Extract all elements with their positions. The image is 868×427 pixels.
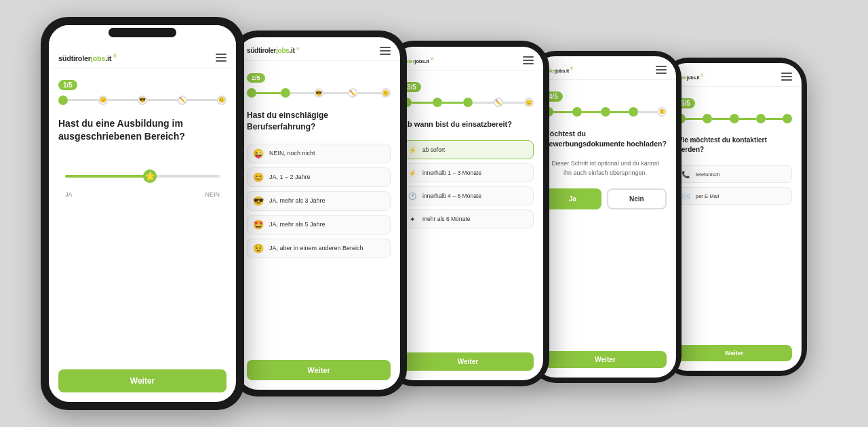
line-1-1 bbox=[68, 99, 98, 101]
line-2-2 bbox=[290, 92, 315, 94]
option-5-2[interactable]: ✉️ per E-Mail bbox=[676, 187, 792, 205]
option-2-3[interactable]: 😎 JA, mehr als 3 Jahre bbox=[247, 191, 391, 211]
line-3-1 bbox=[412, 102, 433, 104]
scene: südtirolerjobs.it ® 1/5 🙂 bbox=[0, 0, 868, 427]
dot-1-1 bbox=[58, 96, 68, 105]
option-2-1[interactable]: 😜 NEIN, noch nicht bbox=[247, 144, 391, 163]
line-2-1 bbox=[256, 92, 281, 94]
weiter-button-3[interactable]: Weiter bbox=[402, 352, 534, 371]
ja-button-4[interactable]: Ja bbox=[544, 188, 601, 209]
option-emoji-2-2: 😊 bbox=[253, 172, 264, 182]
hamburger-menu-1[interactable] bbox=[216, 54, 226, 62]
option-emoji-2-5: 😟 bbox=[253, 243, 264, 253]
option-3-3[interactable]: 🕐 innerhalb 4 – 6 Monate bbox=[402, 186, 534, 205]
dot-1-4: ✏️ bbox=[178, 96, 187, 105]
logo-2: südtirolerjobs.it ® bbox=[247, 47, 299, 54]
slider-label-ja: JA bbox=[65, 191, 73, 198]
line-1-3 bbox=[147, 99, 178, 101]
progress-bar-1: 🙂 😎 ✏️ 🙂 bbox=[58, 96, 226, 105]
progress-bar-4: 🙂 bbox=[544, 107, 667, 117]
weiter-button-1[interactable]: Weiter bbox=[58, 369, 226, 392]
weiter-button-5[interactable]: Weiter bbox=[676, 345, 792, 361]
dot-3-4: ✏️ bbox=[494, 98, 503, 107]
progress-bar-2: 😎 ✏️ 🙂 bbox=[247, 88, 391, 98]
slider-labels: JA NEIN bbox=[65, 191, 220, 198]
option-3-2[interactable]: ⚡ innerhalb 1 – 3 Monate bbox=[402, 163, 534, 182]
header-3: irolerjobs.it ® bbox=[393, 47, 543, 70]
option-emoji-2-4: 🤩 bbox=[253, 220, 264, 230]
line-4-2 bbox=[582, 111, 601, 113]
progress-section-1: 1/5 🙂 😎 ✏️ 🙂 bbox=[49, 68, 236, 110]
question-text-2: Hast du einschlägige Berufserfahrung? bbox=[247, 110, 391, 133]
phone-1: südtirolerjobs.it ® 1/5 🙂 bbox=[41, 17, 244, 410]
option-2-5[interactable]: 😟 JA, aber in einem anderen Bereich bbox=[247, 239, 391, 258]
phone-notch bbox=[108, 28, 176, 37]
dot-1-2: 🙂 bbox=[98, 96, 108, 105]
dot-5-4 bbox=[756, 114, 766, 123]
line-3-3 bbox=[473, 102, 494, 104]
line-5-4 bbox=[766, 118, 783, 120]
progress-section-4: 4/5 🙂 bbox=[534, 80, 676, 122]
option-label-2-4: JA, mehr als 5 Jahre bbox=[269, 221, 326, 228]
phone-screen-1: südtirolerjobs.it ® 1/5 🙂 bbox=[49, 25, 236, 402]
progress-section-3: 3/5 ✏️ 🙂 bbox=[393, 70, 543, 113]
dot-2-2 bbox=[281, 88, 290, 98]
option-icon-3-1: ⚡ bbox=[408, 145, 417, 155]
option-3-4[interactable]: ✦ mehr als 6 Monate bbox=[402, 209, 534, 228]
phone-stack: südtirolerjobs.it ® 1/5 🙂 bbox=[27, 14, 841, 413]
header-4: irolerjobs.it ® bbox=[534, 56, 676, 80]
line-1-2 bbox=[108, 99, 138, 101]
question-area-3: Ab wann bist du einsatzbereit? ⚡ ab sofo… bbox=[393, 113, 543, 352]
slider-track[interactable]: ⭐ bbox=[65, 175, 220, 178]
slider-container: ⭐ JA NEIN bbox=[58, 155, 226, 205]
option-5-1[interactable]: 📞 telefonisch bbox=[676, 165, 792, 183]
dot-1-3: 😎 bbox=[138, 96, 147, 105]
line-3-4 bbox=[503, 102, 524, 104]
option-2-4[interactable]: 🤩 JA, mehr als 5 Jahre bbox=[247, 215, 391, 235]
question-text-1: Hast du eine Ausbildung im ausgeschriebe… bbox=[58, 117, 226, 144]
slider-thumb[interactable]: ⭐ bbox=[143, 169, 157, 183]
dot-2-3: 😎 bbox=[314, 88, 323, 98]
line-3-2 bbox=[442, 102, 463, 104]
dot-5-3 bbox=[730, 114, 739, 123]
line-1-4 bbox=[187, 99, 218, 101]
dot-2-1 bbox=[247, 88, 256, 98]
phone-2: südtirolerjobs.it ® 2/5 bbox=[231, 30, 407, 396]
slider-fill bbox=[65, 175, 150, 178]
nein-button-4[interactable]: Nein bbox=[607, 188, 667, 209]
phone-3: irolerjobs.it ® 3/5 bbox=[387, 41, 549, 386]
option-label-2-5: JA, aber in einem anderen Bereich bbox=[269, 245, 363, 251]
dot-3-5: 🙂 bbox=[524, 98, 534, 107]
hamburger-menu-5[interactable] bbox=[781, 73, 792, 81]
weiter-button-4[interactable]: Weiter bbox=[544, 351, 667, 368]
option-icon-3-2: ⚡ bbox=[408, 168, 417, 178]
hamburger-menu-2[interactable] bbox=[380, 47, 391, 55]
optional-text-4: Dieser Schritt ist optional und du kanns… bbox=[544, 159, 667, 178]
dot-5-5 bbox=[783, 114, 792, 123]
line-2-3 bbox=[323, 92, 348, 94]
option-icon-5-1: 📞 bbox=[681, 169, 690, 179]
option-2-2[interactable]: 😊 JA, 1 – 2 Jahre bbox=[247, 167, 391, 187]
hamburger-menu-4[interactable] bbox=[656, 66, 667, 74]
logo-1: südtirolerjobs.it ® bbox=[58, 54, 117, 62]
dot-3-2 bbox=[433, 98, 442, 107]
hamburger-menu-3[interactable] bbox=[523, 56, 534, 64]
question-area-5: Wie möchtest du kontaktiert werden? 📞 te… bbox=[667, 129, 802, 345]
header-5: irolerjobs.it ® bbox=[667, 63, 802, 87]
option-emoji-2-3: 😎 bbox=[253, 196, 264, 206]
option-label-2-3: JA, mehr als 3 Jahre bbox=[269, 197, 326, 204]
phone-screen-3: irolerjobs.it ® 3/5 bbox=[393, 47, 543, 380]
phone-screen-2: südtirolerjobs.it ® 2/5 bbox=[237, 37, 400, 390]
header-1: südtirolerjobs.it ® bbox=[49, 44, 236, 68]
phone-5: irolerjobs.it ® 5/5 bbox=[661, 58, 807, 376]
progress-badge-2: 2/5 bbox=[247, 73, 265, 83]
option-icon-3-3: 🕐 bbox=[408, 191, 417, 201]
weiter-button-2[interactable]: Weiter bbox=[247, 360, 391, 380]
progress-bar-5 bbox=[676, 114, 792, 123]
header-2: südtirolerjobs.it ® bbox=[237, 37, 400, 61]
phone-screen-5: irolerjobs.it ® 5/5 bbox=[667, 63, 802, 371]
line-5-1 bbox=[686, 118, 703, 120]
line-4-4 bbox=[638, 111, 657, 113]
question-area-2: Hast du einschlägige Berufserfahrung? 😜 … bbox=[237, 103, 400, 360]
option-3-1[interactable]: ⚡ ab sofort bbox=[402, 140, 534, 159]
